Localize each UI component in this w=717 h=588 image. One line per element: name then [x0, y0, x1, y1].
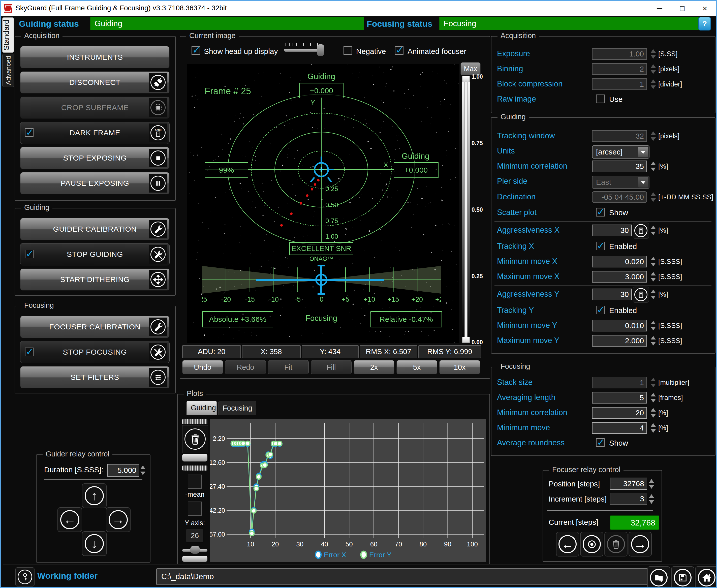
hud-opacity-slider-thumb[interactable]	[317, 44, 324, 56]
start-dithering-button[interactable]: START DITHERING	[20, 268, 170, 291]
close-button[interactable]: ×	[694, 1, 716, 16]
home-button[interactable]	[695, 566, 717, 588]
fill-button[interactable]: Fill	[311, 360, 352, 374]
levels-slider-min-thumb[interactable]	[462, 337, 470, 343]
stop-focusing-checkbox[interactable]: ✓	[25, 348, 34, 356]
binning-input[interactable]: 2	[592, 63, 647, 75]
pause-exposing-button[interactable]: PAUSE EXPOSING	[20, 172, 170, 194]
mean-toggle-bottom[interactable]	[188, 502, 202, 516]
y-axis-slider-thumb[interactable]	[190, 546, 200, 554]
maximum-move-y-spinner[interactable]	[650, 335, 656, 346]
minimize-button[interactable]: ─	[648, 1, 671, 16]
minimum-correlation-input[interactable]: 35	[592, 161, 647, 172]
disconnect-button[interactable]: DISCONNECT	[20, 71, 170, 93]
tracking-window-input[interactable]: 32	[592, 130, 647, 142]
scatter-plot-checkbox[interactable]: ✓	[596, 208, 605, 216]
pier-side-select[interactable]: East	[592, 176, 650, 189]
aggressiveness-y-spinner[interactable]	[650, 289, 656, 300]
guider-calibration-button[interactable]: GUIDER CALIBRATION	[20, 218, 170, 240]
duration-spinner[interactable]	[140, 464, 146, 476]
5x-button[interactable]: 5x	[396, 360, 437, 374]
plot-hscroll-bottom[interactable]	[182, 556, 207, 562]
maximum-move-y-input[interactable]: 2.000	[592, 335, 647, 346]
calculator-button[interactable]	[633, 223, 649, 239]
plot-toolbar-grip2[interactable]	[182, 465, 207, 470]
arrow-down-relay-button[interactable]: ↓	[82, 531, 107, 556]
show-hud-checkbox[interactable]: ✓	[192, 46, 200, 55]
tracking-y-checkbox[interactable]: ✓	[596, 306, 605, 314]
block-compression-spinner[interactable]	[650, 78, 656, 90]
minimum-move-spinner[interactable]	[650, 422, 656, 434]
averaging-length-input[interactable]: 5	[592, 392, 647, 403]
maximize-button[interactable]: □	[671, 1, 694, 16]
arrow-right-focuser-button[interactable]: →	[629, 532, 652, 556]
average-roundness-checkbox[interactable]: ✓	[596, 438, 605, 447]
minimum-move-y-spinner[interactable]	[650, 320, 656, 331]
exposure-spinner[interactable]	[650, 48, 656, 60]
minimum-move-input[interactable]: 4	[592, 422, 647, 434]
focuser-calibration-button[interactable]: FOCUSER CALIBRATION	[20, 316, 170, 338]
arrow-left-relay-button[interactable]: ←	[58, 507, 82, 532]
calculator-button[interactable]	[633, 287, 649, 303]
minimum-move-x-spinner[interactable]	[650, 256, 656, 267]
crop-subframe-button[interactable]: CROP SUBFRAME	[20, 97, 170, 119]
side-tab-advanced[interactable]: Advanced	[2, 54, 14, 87]
minimum-correlation-spinner[interactable]	[650, 161, 656, 172]
dark-frame-checkbox[interactable]: ✓	[25, 128, 34, 137]
working-folder-key-button[interactable]	[15, 567, 35, 587]
averaging-length-spinner[interactable]	[650, 392, 656, 403]
block-compression-input[interactable]: 1	[592, 78, 647, 90]
tracking-window-spinner[interactable]	[650, 130, 656, 142]
minimum-correlation-spinner[interactable]	[650, 407, 656, 419]
y-axis-range-value[interactable]: 26	[186, 528, 204, 543]
instruments-button[interactable]: INSTRUMENTS	[20, 46, 170, 68]
working-folder-path-input[interactable]: C:\_data\Demo	[156, 568, 649, 585]
levels-slider-track[interactable]	[462, 76, 470, 343]
2x-button[interactable]: 2x	[354, 360, 395, 374]
camera-frame-view[interactable]: 0.250.500.751.00 Frame # 25 Guiding +0.0…	[187, 64, 459, 343]
dark-frame-button[interactable]: ✓DARK FRAMEDARK	[20, 122, 170, 144]
declination-input[interactable]: -05 04 45.00	[592, 191, 647, 203]
minimum-move-y-input[interactable]: 0.010	[592, 320, 647, 331]
plots-tab-focusing[interactable]: Focusing	[218, 401, 256, 415]
save-button[interactable]	[671, 566, 694, 588]
stop-exposing-button[interactable]: STOP EXPOSING	[20, 147, 170, 169]
side-tab-standard[interactable]: Standard	[2, 17, 14, 53]
duration-input[interactable]: 5.000	[107, 464, 139, 477]
fit-button[interactable]: Fit	[268, 360, 309, 374]
levels-slider-max-thumb[interactable]	[462, 76, 470, 82]
stop-guiding-checkbox[interactable]: ✓	[25, 250, 34, 258]
raw-image-checkbox[interactable]	[596, 94, 605, 103]
declination-spinner[interactable]	[650, 191, 656, 203]
redo-button[interactable]: Redo	[225, 360, 266, 374]
aggressiveness-x-spinner[interactable]	[650, 225, 656, 236]
arrow-up-relay-button[interactable]: ↑	[82, 483, 107, 508]
plot-hscroll-top[interactable]	[182, 454, 207, 461]
10x-button[interactable]: 10x	[439, 360, 480, 374]
mean-toggle-top[interactable]	[188, 475, 202, 489]
plot-toolbar-grip[interactable]	[182, 419, 207, 424]
plots-tab-guiding[interactable]: Guiding	[187, 401, 217, 415]
minimum-move-x-input[interactable]: 0.020	[592, 256, 647, 267]
minimum-correlation-input[interactable]: 20	[592, 407, 647, 419]
arrow-right-relay-button[interactable]: →	[106, 507, 130, 532]
maximum-move-x-spinner[interactable]	[650, 271, 656, 282]
exposure-input[interactable]: 1.00	[592, 48, 647, 60]
maximum-move-x-input[interactable]: 3.000	[592, 271, 647, 282]
animated-focuser-checkbox[interactable]: ✓	[395, 46, 403, 55]
tracking-x-checkbox[interactable]: ✓	[596, 242, 605, 250]
aggressiveness-y-input[interactable]: 30	[592, 289, 632, 300]
increment-steps-spinner[interactable]	[649, 493, 654, 505]
trash-focuser-button[interactable]	[604, 532, 628, 556]
stop-guiding-button[interactable]: ✓STOP GUIDING	[20, 243, 170, 266]
stack-size-input[interactable]: 1	[592, 377, 647, 388]
aggressiveness-x-input[interactable]: 30	[592, 225, 632, 236]
target-focuser-button[interactable]	[580, 532, 603, 556]
increment-steps-input[interactable]: 3	[610, 493, 647, 505]
clear-plot-button[interactable]	[182, 425, 208, 453]
stop-focusing-button[interactable]: ✓STOP FOCUSING	[20, 341, 170, 363]
units-select[interactable]: [arcsec]	[592, 145, 650, 159]
negative-checkbox[interactable]	[343, 46, 352, 55]
help-button[interactable]: ?	[698, 17, 711, 30]
position-steps-spinner[interactable]	[649, 478, 654, 490]
